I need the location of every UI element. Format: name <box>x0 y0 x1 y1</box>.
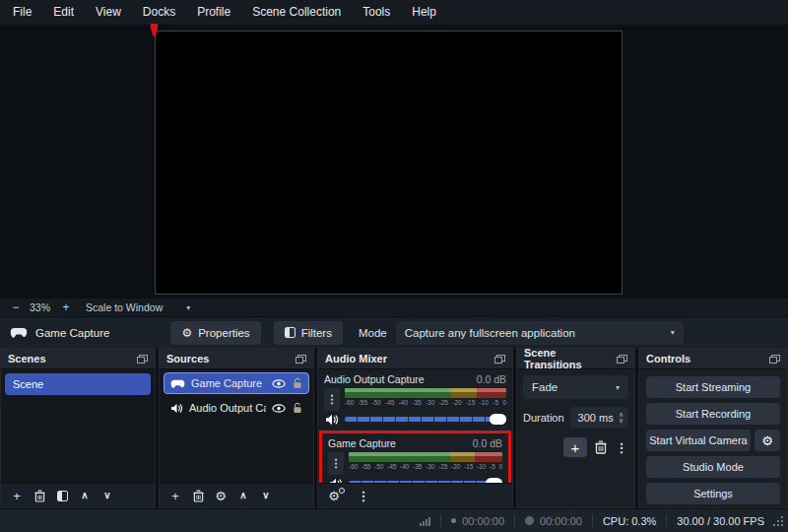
mode-value: Capture any fullscreen application <box>405 327 575 339</box>
capture-mode-select[interactable]: Capture any fullscreen application ▾ <box>396 321 684 345</box>
lock-icon[interactable] <box>293 377 302 389</box>
remove-transition-icon[interactable] <box>595 440 607 454</box>
mixer-channel-audio-output: Audio Output Capture 0.0 dB ⋮ -60-55-50-… <box>318 369 512 429</box>
spinner-arrows[interactable]: ∧ ∨ <box>619 412 624 424</box>
recording-timer: 00:00:00 <box>451 515 504 527</box>
menu-edit[interactable]: Edit <box>42 0 85 25</box>
mixer-menu-kebab-icon[interactable]: ⋮ <box>357 490 370 502</box>
menu-scene-collection[interactable]: Scene Collection <box>241 0 352 25</box>
remove-scene-icon[interactable] <box>33 490 46 502</box>
visibility-eye-icon[interactable] <box>272 404 286 413</box>
duration-value: 300 ms <box>578 412 614 424</box>
lock-icon[interactable] <box>293 402 302 414</box>
channel-level: 0.0 dB <box>473 437 502 449</box>
menu-help[interactable]: Help <box>401 0 447 25</box>
move-scene-up-icon[interactable]: ∧ <box>78 491 92 500</box>
properties-label: Properties <box>198 327 249 339</box>
mute-speaker-icon[interactable] <box>324 414 340 426</box>
start-virtual-camera-button[interactable]: Start Virtual Camera <box>646 430 751 451</box>
remove-source-icon[interactable] <box>191 490 205 502</box>
source-row-audio-output[interactable]: Audio Output Captu <box>164 397 309 419</box>
transition-value: Fade <box>532 381 558 393</box>
visibility-eye-icon[interactable] <box>272 379 286 388</box>
move-source-down-icon[interactable]: ∨ <box>259 491 273 500</box>
add-transition-button[interactable]: + <box>563 437 587 457</box>
transitions-menu-kebab-icon[interactable]: ⋮ <box>615 441 628 454</box>
record-dot-icon <box>451 518 456 523</box>
sources-header: Sources <box>160 349 313 369</box>
dock-area: Scenes Scene + ∧ ∨ Sources <box>0 348 788 508</box>
source-name: Game Capture <box>191 377 262 389</box>
popout-icon[interactable] <box>494 355 505 364</box>
menu-tools[interactable]: Tools <box>352 0 401 25</box>
transition-select[interactable]: Fade ▾ <box>523 375 628 399</box>
source-properties-gear-icon[interactable]: ⚙ <box>214 490 228 502</box>
volume-slider-handle[interactable] <box>490 414 506 425</box>
popout-icon[interactable] <box>769 355 780 364</box>
meter-scale: -60-55-50-45-40-35-30-25-20-15-10-50 <box>345 399 506 406</box>
zoom-in-button[interactable]: + <box>58 300 74 314</box>
mode-label: Mode <box>359 327 387 339</box>
move-scene-down-icon[interactable]: ∨ <box>100 491 114 500</box>
channel-menu-kebab-icon[interactable]: ⋮ <box>324 388 340 411</box>
start-streaming-button[interactable]: Start Streaming <box>646 376 780 398</box>
filters-button[interactable]: Filters <box>274 321 343 345</box>
duration-spinner[interactable]: 300 ms ∧ ∨ <box>570 407 628 429</box>
cpu-usage: CPU: 0.3% <box>603 515 656 527</box>
scenes-toolbar: + ∧ ∨ <box>1 483 155 507</box>
obs-main-window: File Edit View Docks Profile Scene Colle… <box>0 0 788 532</box>
menu-file[interactable]: File <box>2 0 42 25</box>
popout-icon[interactable] <box>137 355 148 364</box>
settings-button[interactable]: Settings <box>646 483 780 504</box>
zoom-level: 33% <box>30 301 50 313</box>
preview-area <box>0 25 788 298</box>
virtual-camera-gear-icon[interactable]: ⚙ <box>755 430 780 451</box>
add-source-icon[interactable]: + <box>168 490 182 502</box>
selected-source-name: Game Capture <box>35 327 109 339</box>
preview-zoom-row: − 33% + Scale to Window ▾ <box>0 298 788 316</box>
popout-icon[interactable] <box>296 355 306 364</box>
popout-icon[interactable] <box>617 355 627 364</box>
channel-name: Game Capture <box>328 437 396 449</box>
zoom-out-button[interactable]: − <box>8 300 24 314</box>
duration-label: Duration <box>523 412 564 424</box>
chevron-down-icon[interactable]: ▾ <box>186 303 190 312</box>
add-scene-icon[interactable]: + <box>10 490 24 502</box>
divider <box>666 514 667 527</box>
channel-level: 0.0 dB <box>477 373 506 385</box>
filter-icon <box>285 327 296 338</box>
streaming-timer: 00:00:00 <box>525 515 582 527</box>
status-bar: 00:00:00 00:00:00 CPU: 0.3% 30.00 / 30.0… <box>0 508 788 532</box>
scenes-panel: Scenes Scene + ∧ ∨ <box>0 348 156 508</box>
stream-circle-icon <box>525 516 534 525</box>
properties-button[interactable]: ⚙ Properties <box>170 321 260 345</box>
menu-profile[interactable]: Profile <box>186 0 241 25</box>
preview-canvas[interactable] <box>155 31 623 295</box>
chevron-down-icon[interactable]: ∨ <box>619 418 624 424</box>
gamepad-icon <box>170 379 185 388</box>
audio-mixer-panel: Audio Mixer Audio Output Capture 0.0 dB … <box>317 348 513 508</box>
resize-grip[interactable] <box>774 515 784 527</box>
studio-mode-button[interactable]: Studio Mode <box>646 456 780 478</box>
start-recording-button[interactable]: Start Recording <box>646 403 780 425</box>
menu-view[interactable]: View <box>85 0 132 25</box>
scale-mode-label[interactable]: Scale to Window <box>86 301 163 313</box>
move-source-up-icon[interactable]: ∧ <box>236 491 250 500</box>
volume-slider[interactable] <box>345 417 506 422</box>
menu-docks[interactable]: Docks <box>132 0 186 25</box>
audio-mixer-header: Audio Mixer <box>318 349 512 369</box>
channel-name: Audio Output Capture <box>324 373 425 385</box>
source-toolbar: Game Capture ⚙ Properties Filters Mode C… <box>0 316 788 348</box>
divider <box>514 514 515 527</box>
scene-filters-icon[interactable] <box>55 491 69 501</box>
mixer-toolbar: ⚙ ⋮ <box>318 483 512 507</box>
controls-header: Controls <box>639 349 787 369</box>
advanced-audio-gear-icon[interactable]: ⚙ <box>327 490 341 502</box>
audio-mixer-title: Audio Mixer <box>325 353 387 365</box>
menu-bar: File Edit View Docks Profile Scene Colle… <box>0 0 788 25</box>
source-row-game-capture[interactable]: Game Capture <box>164 372 309 394</box>
scene-list-item[interactable]: Scene <box>5 373 151 395</box>
channel-menu-kebab-icon[interactable]: ⋮ <box>328 452 344 475</box>
scenes-title: Scenes <box>8 353 46 365</box>
sources-title: Sources <box>166 353 209 365</box>
